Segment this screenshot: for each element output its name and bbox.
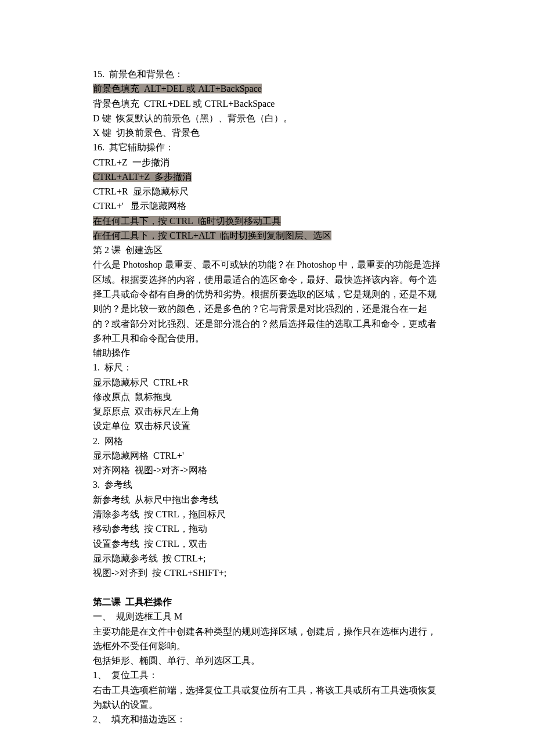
- text-line: 背景色填充 CTRL+DEL 或 CTRL+BackSpace: [93, 96, 441, 111]
- text-line: 2、 填充和描边选区：: [93, 712, 441, 726]
- blank-line: [93, 580, 441, 595]
- highlighted-text: 在任何工具下，按 CTRL 临时切换到移动工具: [93, 216, 281, 226]
- text-line: 移动参考线 按 CTRL，拖动: [93, 521, 441, 536]
- text-line: CTRL+R 显示隐藏标尺: [93, 184, 441, 199]
- text-line: 在任何工具下，按 CTRL 临时切换到移动工具: [93, 214, 441, 228]
- text-line: 清除参考线 按 CTRL，拖回标尺: [93, 507, 441, 521]
- text-line: 2. 网格: [93, 434, 441, 448]
- text-line: 一、 规则选框工具 M: [93, 609, 441, 624]
- text-line: 第二课 工具栏操作: [93, 595, 441, 609]
- text-line: 对齐网格 视图->对齐->网格: [93, 463, 441, 477]
- text-line: 16. 其它辅助操作：: [93, 140, 441, 154]
- highlighted-text: 前景色填充 ALT+DEL 或 ALT+BackSpace: [93, 84, 262, 93]
- text-line: 视图->对齐到 按 CTRL+SHIFT+;: [93, 566, 441, 580]
- text-line: 主要功能是在文件中创建各种类型的规则选择区域，创建后，操作只在选框内进行，选框外…: [93, 624, 441, 654]
- text-line: 15. 前景色和背景色：: [93, 67, 441, 81]
- text-line: 显示隐藏标尺 CTRL+R: [93, 375, 441, 390]
- text-line: 1、 复位工具：: [93, 668, 441, 682]
- text-line: 显示隐藏网格 CTRL+': [93, 448, 441, 463]
- text-line: CTRL+' 显示隐藏网格: [93, 199, 441, 213]
- text-line: 辅助操作: [93, 345, 441, 360]
- text-line: D 键 恢复默认的前景色（黑）、背景色（白）。: [93, 111, 441, 125]
- text-line: 3. 参考线: [93, 477, 441, 492]
- text-line: 复原原点 双击标尺左上角: [93, 404, 441, 419]
- highlighted-text: CTRL+ALT+Z 多步撤消: [93, 172, 192, 182]
- text-line: CTRL+ALT+Z 多步撤消: [93, 170, 441, 184]
- text-line: 设置参考线 按 CTRL，双击: [93, 537, 441, 551]
- text-line: 新参考线 从标尺中拖出参考线: [93, 492, 441, 507]
- text-line: 修改原点 鼠标拖曳: [93, 390, 441, 404]
- text-line: 1. 标尺：: [93, 360, 441, 375]
- text-line: 右击工具选项栏前端，选择复位工具或复位所有工具，将该工具或所有工具选项恢复为默认…: [93, 683, 441, 712]
- text-line: X 键 切换前景色、背景色: [93, 125, 441, 140]
- text-line: 第 2 课 创建选区: [93, 243, 441, 257]
- text-line: CTRL+Z 一步撤消: [93, 155, 441, 170]
- text-line: 什么是 Photoshop 最重要、最不可或缺的功能？在 Photoshop 中…: [93, 257, 441, 345]
- highlighted-text: 在任何工具下，按 CTRL+ALT 临时切换到复制图层、选区: [93, 231, 331, 240]
- document-body: 15. 前景色和背景色：前景色填充 ALT+DEL 或 ALT+BackSpac…: [93, 67, 441, 726]
- document-page: 15. 前景色和背景色：前景色填充 ALT+DEL 或 ALT+BackSpac…: [0, 0, 534, 756]
- text-line: 在任何工具下，按 CTRL+ALT 临时切换到复制图层、选区: [93, 228, 441, 243]
- text-line: 设定单位 双击标尺设置: [93, 419, 441, 433]
- text-line: 前景色填充 ALT+DEL 或 ALT+BackSpace: [93, 81, 441, 96]
- text-line: 包括矩形、椭圆、单行、单列选区工具。: [93, 653, 441, 668]
- text-line: 显示隐藏参考线 按 CTRL+;: [93, 551, 441, 566]
